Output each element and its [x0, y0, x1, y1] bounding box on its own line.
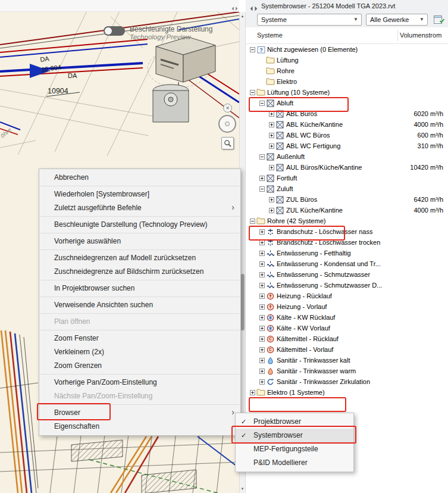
tree-row-entwässerung-schmutzwasser-d[interactable]: Entwässerung - Schmutzwasser D...: [246, 280, 448, 291]
collapse-icon[interactable]: [259, 101, 265, 106]
scroll-up-icon[interactable]: ▲: [240, 14, 245, 18]
tree-row-entwässerung-schmutzwasser[interactable]: Entwässerung - Schmutzwasser: [246, 269, 448, 280]
collapse-icon[interactable]: [249, 47, 256, 52]
menu-item-zuschneidegrenzen-auf-modell-zurücksetzen[interactable]: Zuschneidegrenzen auf Modell zurücksetze…: [39, 251, 240, 265]
expand-icon[interactable]: [259, 176, 265, 181]
expand-icon[interactable]: [268, 197, 275, 202]
expand-icon[interactable]: [268, 208, 275, 213]
tree-row-zul-büros[interactable]: ZUL Büros6420 m³/h: [246, 194, 448, 205]
expand-icon[interactable]: [259, 326, 265, 331]
submenu-item-p-id-modellierer[interactable]: P&ID Modellierer: [236, 456, 353, 470]
submenu-item-mep-fertigungsteile[interactable]: MEP-Fertigungsteile: [236, 442, 353, 456]
collapse-icon[interactable]: [259, 154, 265, 160]
submenu-item-systembrowser[interactable]: ✓Systembrowser: [236, 429, 353, 442]
discipline-dropdown[interactable]: Alle Gewerke ▼: [366, 14, 428, 26]
expand-icon[interactable]: [268, 122, 275, 127]
menu-item-zuletzt-ausgeführte-befehle[interactable]: Zuletzt ausgeführte Befehle›: [39, 201, 240, 215]
tree-row-heizung-vorlauf[interactable]: Heizung - Vorlauf: [246, 301, 448, 312]
expand-icon[interactable]: [259, 336, 265, 342]
tree-row-kältemittel-rücklauf[interactable]: Kältemittel - Rücklauf: [246, 333, 448, 344]
tree-row-rohre-42-systeme[interactable]: Rohre (42 Systeme): [246, 216, 448, 226]
menu-item-vorherige-auswählen[interactable]: Vorherige auswählen: [39, 235, 240, 248]
tree-row-abl-wc-fertigung[interactable]: ABL WC Fertigung310 m³/h: [246, 141, 448, 151]
tree-row-sanitär-trinkwasser-zirkulation[interactable]: Sanitär - Trinkwasser Zirkulation: [246, 376, 448, 387]
tree-row-abluft[interactable]: Abluft: [246, 98, 448, 108]
tree-row-zul-küche-kantine[interactable]: ZUL Küche/Kantine4000 m³/h: [246, 205, 448, 216]
collapse-icon[interactable]: [249, 219, 256, 224]
tree-row-heizung-rücklauf[interactable]: Heizung - Rücklauf: [246, 291, 448, 301]
expand-icon[interactable]: [268, 165, 275, 170]
systembrowser-titlebar[interactable]: Systembrowser - 251204 Modell TGA 2023.r…: [246, 0, 448, 12]
expand-icon[interactable]: [268, 143, 275, 149]
expand-icon[interactable]: [259, 347, 265, 352]
browser-settings-button[interactable]: [433, 14, 446, 26]
tree-row-zuluft[interactable]: Zuluft: [246, 183, 448, 194]
expand-icon[interactable]: [259, 261, 265, 267]
expand-icon[interactable]: [259, 379, 265, 385]
tree-row-brandschutz-löschwasser-nass[interactable]: Brandschutz - Löschwasser nass: [246, 226, 448, 237]
tree-row-entwässerung-fetthaltig[interactable]: Entwässerung - Fetthaltig: [246, 248, 448, 258]
tree-row-abl-büros[interactable]: ABL Büros6020 m³/h: [246, 108, 448, 119]
menu-item-zoom-grenzen[interactable]: Zoom Grenzen: [39, 359, 240, 373]
menu-item-in-projektbrowser-suchen[interactable]: In Projektbrowser suchen: [39, 282, 240, 295]
expand-icon[interactable]: [259, 304, 265, 310]
menu-item-vorherige-pan-zoom-einstellung[interactable]: Vorherige Pan/Zoom-Einstellung: [39, 376, 240, 389]
expand-icon[interactable]: [249, 390, 256, 395]
expand-icon[interactable]: [259, 315, 265, 320]
expand-icon[interactable]: [259, 229, 265, 235]
tree-row-außenluft[interactable]: Außenluft: [246, 151, 448, 162]
tree-row-brandschutz-löschwasser-trocken[interactable]: Brandschutz - Löschwasser trocken: [246, 237, 448, 248]
flow-value: 600 m³/h: [418, 132, 448, 139]
water-circ-icon: [265, 378, 275, 386]
menu-item-zoom-fenster[interactable]: Zoom Fenster: [39, 332, 240, 345]
tree-row-elektro[interactable]: Elektro: [246, 76, 448, 87]
tree-row-kälte-kw-vorlauf[interactable]: Kälte - KW Vorlauf: [246, 323, 448, 333]
steering-wheel-control[interactable]: [218, 115, 236, 133]
expand-icon[interactable]: [259, 251, 265, 256]
menu-item-abbrechen[interactable]: Abbrechen: [39, 171, 240, 185]
tree-row-entwässerung-kondensat-und-tr[interactable]: Entwässerung - Kondensat und Tr...: [246, 258, 448, 269]
menu-item-zuschneidegrenze-auf-bildschirm-zurücksetzen[interactable]: Zuschneidegrenze auf Bildschirm zurückse…: [39, 265, 240, 279]
tree-row-fortluft[interactable]: Fortluft: [246, 173, 448, 183]
expand-icon[interactable]: [259, 358, 265, 363]
expand-icon[interactable]: [268, 133, 275, 138]
close-icon[interactable]: ✕: [223, 104, 232, 113]
expand-icon[interactable]: [259, 272, 265, 277]
tree-row-sanitär-trinkwasser-kalt[interactable]: Sanitär - Trinkwasser kalt: [246, 355, 448, 366]
scroll-down-icon[interactable]: ▼: [240, 487, 245, 491]
refrigerant-icon: [265, 335, 275, 343]
expand-icon[interactable]: [259, 240, 265, 245]
expand-icon[interactable]: [259, 283, 265, 288]
technology-preview-toggle-group: Beschleunigte Darstellung Technology Pre…: [104, 25, 239, 43]
menu-item-wiederholen-systembrowser[interactable]: Wiederholen [Systembrowser]: [39, 188, 240, 201]
tree-row-aul-büros-küche-kantine[interactable]: AUL Büros/Küche/Kantine10420 m³/h: [246, 162, 448, 173]
menu-item-verkleinern-2x[interactable]: Verkleinern (2x): [39, 345, 240, 359]
menu-item-verweisende-ansichten-suchen[interactable]: Verweisende Ansichten suchen: [39, 298, 240, 312]
duct-icon: [275, 132, 285, 139]
view-dropdown[interactable]: Systeme ▼: [257, 14, 362, 26]
expand-icon[interactable]: [259, 294, 265, 299]
tree-row-sanitär-trinkwasser-warm[interactable]: Sanitär - Trinkwasser warm: [246, 366, 448, 376]
menu-item-eigenschaften[interactable]: Eigenschaften: [39, 420, 240, 433]
tree-row-lüftung-10-systeme[interactable]: Lüftung (10 Systeme): [246, 87, 448, 98]
toggle-knob: [105, 27, 112, 35]
submenu-item-projektbrowser[interactable]: ✓Projektbrowser: [236, 415, 353, 429]
tree-row-kältemittel-vorlauf[interactable]: Kältemittel - Vorlauf: [246, 344, 448, 355]
tree-row-nicht-zugewiesen-0-elemente[interactable]: ?Nicht zugewiesen (0 Elemente): [246, 44, 448, 55]
tree-row-abl-küche-kantine[interactable]: ABL Küche/Kantine4000 m³/h: [246, 119, 448, 130]
tree-item-label: Rohre: [277, 67, 295, 74]
menu-item-beschleunigte-darstellung-technology-preview[interactable]: Beschleunigte Darstellung (Technology Pr…: [39, 218, 240, 232]
tree-row-abl-wc-büros[interactable]: ABL WC Büros600 m³/h: [246, 130, 448, 141]
tree-row-kälte-kw-rücklauf[interactable]: Kälte - KW Rücklauf: [246, 312, 448, 323]
menu-item-browser[interactable]: Browser›: [39, 406, 240, 420]
tree-row-rohre[interactable]: Rohre: [246, 65, 448, 76]
collapse-icon[interactable]: [249, 90, 256, 95]
technology-preview-toggle[interactable]: [104, 26, 125, 36]
expand-icon[interactable]: [259, 369, 265, 374]
expand-icon[interactable]: [268, 111, 275, 117]
scrollbar-thumb[interactable]: [240, 274, 245, 330]
tree-row-lüftung[interactable]: Lüftung: [246, 55, 448, 65]
tree-row-elektro-1-systeme[interactable]: Elektro (1 Systeme): [246, 387, 448, 398]
collapse-icon[interactable]: [259, 186, 265, 192]
zoom-tool-button[interactable]: [221, 137, 234, 149]
